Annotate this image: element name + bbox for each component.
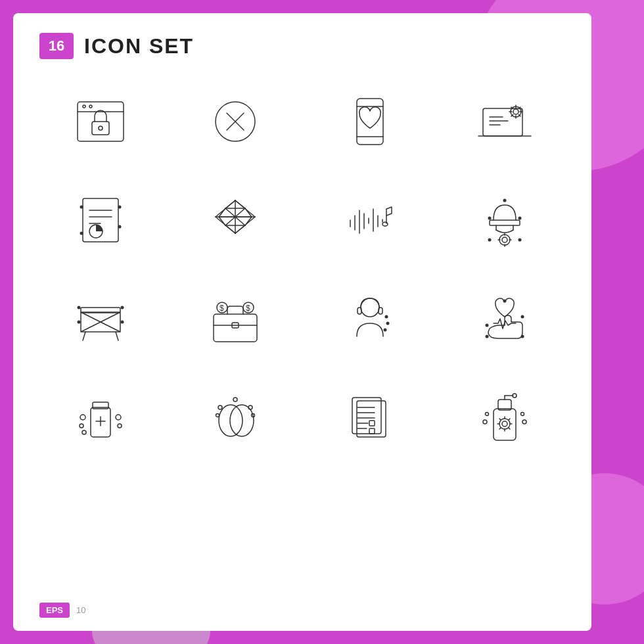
- svg-rect-4: [92, 122, 109, 135]
- diamond-pattern-icon-cell: [174, 177, 296, 263]
- svg-point-68: [499, 235, 510, 245]
- svg-line-45: [219, 217, 225, 225]
- svg-text:$: $: [246, 304, 250, 313]
- svg-point-138: [502, 421, 507, 426]
- svg-point-116: [219, 405, 242, 436]
- svg-point-99: [384, 315, 388, 319]
- main-card: 16 ICON SET: [13, 13, 591, 631]
- svg-point-34: [80, 232, 83, 235]
- svg-point-75: [518, 217, 521, 220]
- svg-point-119: [216, 414, 219, 417]
- sanitizer-icon-cell: [444, 375, 565, 460]
- svg-point-78: [518, 239, 521, 242]
- svg-point-104: [503, 300, 506, 303]
- eggs-icon: [206, 388, 265, 447]
- close-circle-icon-cell: [174, 79, 296, 164]
- svg-point-32: [80, 206, 83, 209]
- svg-point-74: [488, 217, 491, 220]
- svg-point-18: [513, 109, 518, 114]
- mobile-heart-icon: [340, 92, 400, 151]
- eps-version: 10: [76, 605, 85, 615]
- svg-point-147: [485, 413, 488, 416]
- header: 16 ICON SET: [39, 33, 565, 59]
- svg-point-150: [522, 420, 526, 424]
- svg-rect-129: [369, 421, 375, 426]
- svg-line-145: [508, 419, 509, 420]
- svg-line-49: [225, 225, 235, 233]
- document-list-icon-cell: [309, 375, 430, 460]
- page-title: ICON SET: [84, 34, 194, 58]
- svg-point-101: [383, 329, 386, 332]
- diamond-pattern-icon: [206, 191, 265, 250]
- svg-point-118: [218, 405, 222, 409]
- svg-rect-97: [357, 308, 361, 314]
- svg-line-44: [245, 208, 252, 217]
- medicine-bottle-icon: [71, 388, 130, 447]
- heart-health-icon: [475, 289, 534, 348]
- svg-point-112: [80, 424, 83, 428]
- heart-health-icon-cell: [444, 276, 565, 361]
- svg-point-106: [485, 335, 488, 338]
- svg-point-69: [502, 237, 507, 242]
- svg-rect-130: [369, 428, 375, 434]
- svg-line-143: [499, 419, 501, 420]
- svg-point-76: [503, 199, 506, 202]
- eps-label: EPS: [39, 603, 70, 618]
- svg-point-2: [83, 105, 85, 108]
- svg-line-48: [235, 200, 245, 208]
- svg-point-33: [118, 225, 121, 229]
- svg-line-47: [225, 200, 235, 208]
- svg-point-100: [386, 322, 389, 325]
- money-briefcase-icon-cell: $ $: [174, 276, 296, 361]
- svg-rect-12: [483, 108, 522, 136]
- svg-rect-65: [490, 220, 520, 225]
- svg-point-148: [483, 420, 487, 424]
- badge-number: 16: [39, 33, 74, 59]
- svg-line-83: [116, 332, 118, 340]
- svg-point-122: [233, 398, 237, 402]
- svg-point-96: [361, 298, 379, 317]
- sound-wave-icon: [340, 191, 400, 250]
- svg-point-111: [80, 415, 85, 420]
- svg-point-102: [485, 324, 488, 327]
- web-security-icon-cell: [39, 79, 161, 164]
- money-briefcase-icon: $ $: [206, 289, 265, 348]
- mobile-heart-icon-cell: [309, 79, 430, 164]
- document-list-icon: [340, 388, 400, 447]
- code-settings-icon-cell: [444, 79, 565, 164]
- svg-point-88: [120, 306, 124, 310]
- sanitizer-icon: [475, 388, 534, 447]
- svg-point-85: [77, 321, 80, 324]
- svg-line-46: [245, 217, 252, 225]
- engineering-icon: [475, 191, 534, 250]
- close-circle-icon: [206, 92, 265, 151]
- svg-point-105: [520, 335, 524, 338]
- eggs-icon-cell: [174, 375, 296, 460]
- icons-grid: $ $: [39, 79, 565, 460]
- svg-rect-98: [379, 308, 382, 314]
- code-settings-icon: [475, 92, 534, 151]
- svg-point-35: [118, 206, 121, 209]
- svg-point-5: [99, 126, 103, 130]
- svg-point-77: [488, 239, 491, 242]
- svg-point-103: [520, 315, 524, 319]
- svg-line-50: [235, 225, 245, 233]
- construction-icon: [71, 289, 130, 348]
- svg-rect-132: [494, 409, 516, 440]
- svg-point-3: [89, 105, 92, 108]
- svg-line-144: [508, 428, 509, 429]
- report-chart-icon: [71, 191, 130, 250]
- svg-rect-9: [357, 99, 383, 145]
- svg-point-114: [116, 415, 121, 420]
- svg-line-43: [219, 208, 225, 217]
- customer-service-icon: [340, 289, 400, 348]
- svg-text:$: $: [219, 304, 224, 313]
- svg-line-82: [83, 332, 85, 340]
- footer: EPS 10: [39, 603, 85, 618]
- report-chart-icon-cell: [39, 177, 161, 263]
- customer-service-icon-cell: [309, 276, 430, 361]
- svg-point-86: [120, 321, 124, 324]
- svg-point-113: [82, 430, 86, 434]
- svg-point-64: [382, 222, 388, 226]
- medicine-bottle-icon-cell: [39, 375, 161, 460]
